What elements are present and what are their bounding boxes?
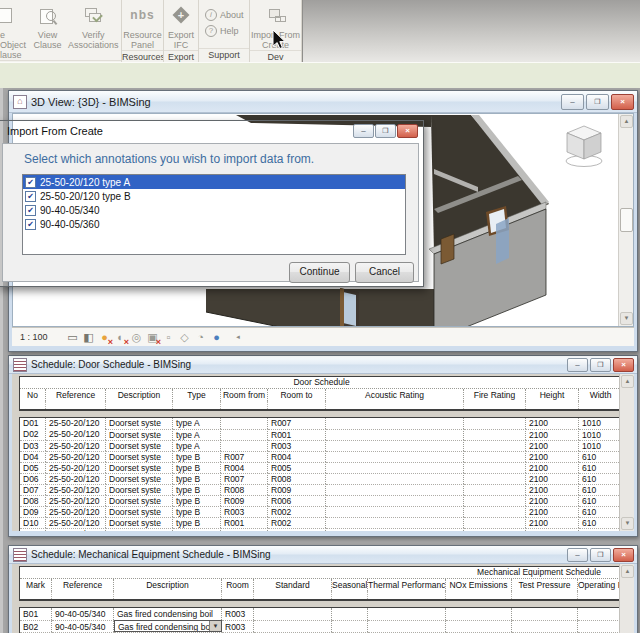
checkbox-icon[interactable]: ✔ <box>25 219 36 230</box>
scrollbar-thumb[interactable] <box>620 208 633 232</box>
view-cube[interactable] <box>566 126 602 167</box>
table-cell: R003 <box>268 440 326 451</box>
annotation-list[interactable]: ✔25-50-20/120 type A✔25-50-20/120 type B… <box>22 174 406 255</box>
annotation-list-item[interactable]: ✔90-40-05/340 <box>23 203 405 217</box>
column-header: Description <box>106 389 173 401</box>
dialog-close-button[interactable] <box>397 124 418 138</box>
dialog-content: Select which annotations you wish to imp… <box>2 143 419 282</box>
annotation-item-label: 25-50-20/120 type A <box>40 177 130 188</box>
table-cell: 25-50-20/120 <box>46 473 106 484</box>
import-from-create-button[interactable]: Import From Create <box>250 0 301 50</box>
dialog-minimize-button[interactable] <box>353 124 374 138</box>
temporary-hide-isolate-icon[interactable]: ◔ <box>194 331 207 344</box>
scale-control[interactable]: 1 : 100 <box>20 332 62 342</box>
close-button[interactable] <box>613 358 634 372</box>
minimize-button[interactable] <box>567 358 588 372</box>
view-control-bar-icons: ▭◧●◐◎▣▫◇◔● <box>66 331 223 344</box>
scroll-up-arrow[interactable] <box>621 375 634 388</box>
blank-cell <box>20 401 46 409</box>
description-combobox[interactable]: Gas fired condensing boil <box>114 620 222 632</box>
table-cell <box>368 608 446 620</box>
table-cell: Doorset syste <box>106 451 173 462</box>
table-cell <box>464 440 526 451</box>
restore-button[interactable] <box>590 358 611 372</box>
table-cell: R004 <box>221 462 268 473</box>
door-schedule-titlebar[interactable]: Schedule: Door Schedule - BIMSing <box>9 356 637 374</box>
minimize-button[interactable] <box>561 94 584 110</box>
dialog-restore-button[interactable] <box>375 124 396 138</box>
scroll-down-arrow[interactable] <box>621 517 634 530</box>
restore-button[interactable] <box>586 94 609 110</box>
sun-path-icon[interactable]: ● <box>98 331 111 344</box>
rendering-icon[interactable]: ◎ <box>130 331 143 344</box>
crop-region-visibility-icon[interactable]: ▫ <box>162 331 175 344</box>
visual-style-icon[interactable]: ◧ <box>82 331 95 344</box>
horizontal-scroll-left-arrow[interactable] <box>233 332 243 343</box>
table-cell: 2100 <box>526 528 579 531</box>
mech-schedule-titlebar[interactable]: Schedule: Mechanical Equipment Schedule … <box>9 546 637 564</box>
reveal-hidden-icon[interactable]: ● <box>210 331 223 344</box>
verify-associations-button[interactable]: Verify Associations <box>65 0 121 50</box>
3d-view-icon: ⌂ <box>13 95 27 109</box>
table-cell: R008 <box>268 473 326 484</box>
export-ifc-label: Export IFC <box>168 30 194 50</box>
blank-cell <box>326 401 464 409</box>
table-cell <box>446 620 512 632</box>
checkbox-icon[interactable]: ✔ <box>25 191 36 202</box>
table-cell: 25-50-20/120 <box>46 429 106 440</box>
application-window: e Object lause View Clause Verify Associ… <box>0 0 640 633</box>
annotation-list-item[interactable]: ✔90-40-05/360 <box>23 217 405 231</box>
close-button[interactable] <box>613 548 634 562</box>
blank-cell <box>254 591 332 599</box>
minimize-button[interactable] <box>567 548 588 562</box>
table-cell: R002 <box>268 517 326 528</box>
table-cell: R007 <box>221 451 268 462</box>
table-cell <box>464 506 526 517</box>
restore-button[interactable] <box>590 548 611 562</box>
vertical-scrollbar[interactable] <box>619 564 634 633</box>
vertical-scrollbar[interactable] <box>619 374 634 531</box>
schedule-icon <box>13 548 27 562</box>
table-cell <box>221 418 268 429</box>
cancel-button[interactable]: Cancel <box>355 262 414 283</box>
table-cell: D05 <box>20 462 46 473</box>
column-header: Reference <box>52 579 114 591</box>
unlocked-view-icon[interactable]: ◇ <box>178 331 191 344</box>
export-ifc-button[interactable]: + Export IFC <box>164 0 198 50</box>
scroll-up-arrow[interactable] <box>620 115 633 128</box>
table-cell <box>512 620 578 632</box>
verify-associations-label: Verify Associations <box>68 30 119 50</box>
table-cell: Doorset syste <box>106 429 173 440</box>
scroll-down-arrow[interactable] <box>620 312 633 325</box>
table-cell: D10 <box>20 517 46 528</box>
table-cell: type B <box>173 484 221 495</box>
scroll-up-arrow[interactable] <box>621 565 634 578</box>
dropdown-arrow-icon[interactable] <box>209 621 221 631</box>
close-button[interactable] <box>611 94 634 110</box>
table-cell: R003 <box>221 506 268 517</box>
table-cell <box>326 429 464 440</box>
about-button[interactable]: About <box>199 6 248 22</box>
resource-panel-button[interactable]: nbs Resource Panel <box>122 0 163 50</box>
continue-button[interactable]: Continue <box>289 262 350 283</box>
checkbox-icon[interactable]: ✔ <box>25 177 36 188</box>
detail-level-icon[interactable]: ▭ <box>66 331 79 344</box>
vertical-scrollbar[interactable] <box>618 114 633 326</box>
table-cell: 25-50-20/120 <box>46 517 106 528</box>
table-cell <box>464 429 526 440</box>
object-clause-button[interactable]: e Object lause <box>0 0 30 60</box>
shadows-icon[interactable]: ◐ <box>114 331 127 344</box>
3d-view-title: 3D View: {3D} - BIMSing <box>31 96 151 108</box>
crop-view-icon[interactable]: ▣ <box>146 331 159 344</box>
checkbox-icon[interactable]: ✔ <box>25 205 36 216</box>
table-cell: R001 <box>268 429 326 440</box>
annotation-list-item[interactable]: ✔25-50-20/120 type A <box>23 175 405 189</box>
view-clause-button[interactable]: View Clause <box>30 0 66 50</box>
3d-view-titlebar[interactable]: ⌂ 3D View: {3D} - BIMSing <box>9 91 637 113</box>
table-cell: D07 <box>20 484 46 495</box>
column-header: Room <box>222 579 254 591</box>
annotation-list-item[interactable]: ✔25-50-20/120 type B <box>23 189 405 203</box>
table-cell: B01 <box>20 608 52 620</box>
help-button[interactable]: Help <box>199 22 243 38</box>
mech-schedule-title: Schedule: Mechanical Equipment Schedule … <box>31 549 271 560</box>
